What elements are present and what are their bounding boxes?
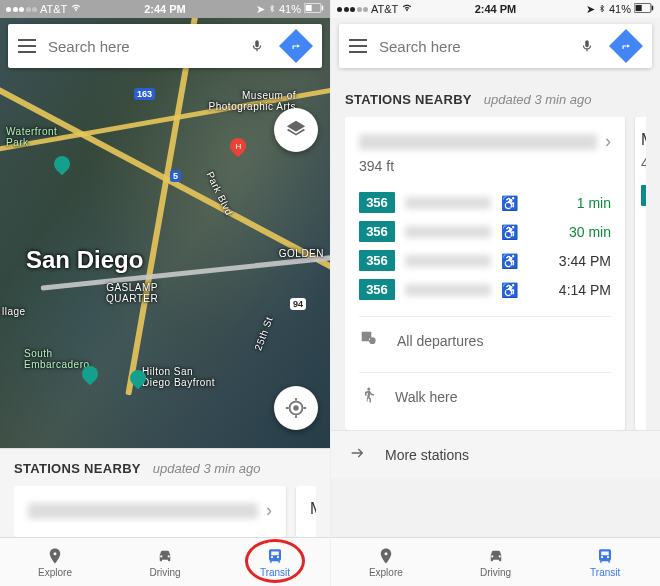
- tab-label: Transit: [260, 567, 290, 578]
- route-badge: 356: [359, 250, 395, 271]
- stations-nearby-title: STATIONS NEARBY: [14, 461, 141, 476]
- tab-label: Driving: [480, 567, 511, 578]
- neighborhood-village-label: llage: [2, 306, 26, 317]
- directions-button[interactable]: [278, 28, 314, 64]
- departure-time: 3:44 PM: [559, 253, 611, 269]
- all-departures-label: All departures: [397, 333, 483, 349]
- my-location-button[interactable]: [274, 386, 318, 430]
- walk-here-button[interactable]: Walk here: [359, 372, 611, 420]
- departure-row[interactable]: 356 ♿ 30 min: [359, 217, 611, 246]
- tab-label: Explore: [38, 567, 72, 578]
- accessible-icon: ♿: [501, 224, 518, 240]
- station-distance: 394 ft: [359, 158, 611, 174]
- destination-redacted: [405, 197, 491, 209]
- svg-point-8: [367, 388, 370, 391]
- south-embarcadero-label: South Embarcadero: [24, 348, 90, 370]
- transit-panel[interactable]: STATIONS NEARBY updated 3 min ago › 394 …: [331, 18, 660, 537]
- station-card[interactable]: › 394 ft 356 ♿ 1 min 356 ♿ 30 min: [345, 117, 625, 430]
- neighborhood-golden-label: GOLDEN: [279, 248, 324, 259]
- route-badge: 356: [359, 279, 395, 300]
- route-badge: 356: [359, 192, 395, 213]
- map-canvas[interactable]: 5 163 94 Museum of Photographic Arts Wat…: [0, 18, 330, 448]
- departure-time: 4:14 PM: [559, 282, 611, 298]
- microphone-icon[interactable]: [246, 35, 268, 57]
- departure-time: 1 min: [577, 195, 611, 211]
- search-placeholder[interactable]: Search here: [379, 38, 566, 55]
- chevron-right-icon: ›: [266, 500, 272, 521]
- tab-driving[interactable]: Driving: [110, 538, 220, 586]
- departure-row[interactable]: 356 ♿ 3:44 PM: [359, 246, 611, 275]
- search-bar[interactable]: Search here: [8, 24, 322, 68]
- updated-label: updated 3 min ago: [484, 92, 592, 107]
- accessible-icon: ♿: [501, 282, 518, 298]
- more-stations-button[interactable]: More stations: [331, 430, 660, 478]
- status-bar: AT&T 2:44 PM ➤ 41%: [331, 0, 660, 18]
- route-163-shield: 163: [134, 88, 155, 100]
- destination-redacted: [405, 226, 491, 238]
- tab-explore[interactable]: Explore: [0, 538, 110, 586]
- station-name-initial: Mo: [641, 131, 646, 149]
- accessible-icon: ♿: [501, 253, 518, 269]
- route-badge: 35: [641, 185, 646, 206]
- interstate-5-shield: 5: [170, 170, 181, 182]
- more-stations-label: More stations: [385, 447, 469, 463]
- stations-nearby-peek[interactable]: STATIONS NEARBY updated 3 min ago › Mo: [0, 448, 330, 537]
- tab-label: Explore: [369, 567, 403, 578]
- directions-button[interactable]: [608, 28, 644, 64]
- route-94-shield: 94: [290, 298, 306, 310]
- hamburger-menu-icon[interactable]: [347, 35, 369, 57]
- station-name-redacted: [28, 503, 258, 519]
- walk-here-label: Walk here: [395, 389, 458, 405]
- tab-transit[interactable]: Transit: [220, 538, 330, 586]
- tab-transit[interactable]: Transit: [550, 538, 660, 586]
- tab-label: Transit: [590, 567, 620, 578]
- tab-label: Driving: [149, 567, 180, 578]
- arrow-right-icon: [347, 445, 367, 464]
- city-label: San Diego: [26, 246, 143, 274]
- departure-time: 30 min: [569, 224, 611, 240]
- walking-icon: [359, 385, 377, 408]
- bottom-tab-bar: Explore Driving Transit: [331, 537, 660, 586]
- accessible-icon: ♿: [501, 195, 518, 211]
- departure-board-icon: [359, 329, 379, 352]
- all-departures-button[interactable]: All departures: [359, 316, 611, 364]
- departure-row[interactable]: 356 ♿ 1 min: [359, 188, 611, 217]
- station-card[interactable]: Mo: [296, 486, 316, 537]
- search-placeholder[interactable]: Search here: [48, 38, 236, 55]
- phone-left-map-view: AT&T 2:44 PM ➤ 41% 5 163 94 Museum of Ph…: [0, 0, 330, 586]
- clock: 2:44 PM: [0, 3, 330, 15]
- destination-redacted: [405, 284, 491, 296]
- updated-label: updated 3 min ago: [153, 461, 261, 476]
- station-name-redacted: [359, 134, 597, 150]
- station-distance: 44: [641, 155, 646, 171]
- layers-button[interactable]: [274, 108, 318, 152]
- hamburger-menu-icon[interactable]: [16, 35, 38, 57]
- destination-redacted: [405, 255, 491, 267]
- poi-hilton-label: Hilton San Diego Bayfront: [142, 366, 215, 388]
- status-bar: AT&T 2:44 PM ➤ 41%: [0, 0, 330, 18]
- phone-right-transit-view: AT&T 2:44 PM ➤ 41% Search here: [330, 0, 660, 586]
- tab-driving[interactable]: Driving: [441, 538, 551, 586]
- poi-waterfront-label: Waterfront Park: [6, 126, 57, 148]
- stations-nearby-title: STATIONS NEARBY: [345, 92, 472, 107]
- station-card[interactable]: Mo 44 35: [635, 117, 646, 430]
- departure-row[interactable]: 356 ♿ 4:14 PM: [359, 275, 611, 304]
- station-name-initial: Mo: [310, 500, 316, 518]
- svg-point-4: [294, 406, 298, 410]
- microphone-icon[interactable]: [576, 35, 598, 57]
- search-bar[interactable]: Search here: [339, 24, 652, 68]
- chevron-right-icon[interactable]: ›: [605, 131, 611, 152]
- poi-museum-label: Museum of Photographic Arts: [209, 90, 296, 112]
- route-badge: 356: [359, 221, 395, 242]
- neighborhood-gaslamp-label: GASLAMP QUARTER: [106, 282, 158, 304]
- bottom-tab-bar: Explore Driving Transit: [0, 537, 330, 586]
- clock: 2:44 PM: [331, 3, 660, 15]
- tab-explore[interactable]: Explore: [331, 538, 441, 586]
- station-card[interactable]: ›: [14, 486, 286, 537]
